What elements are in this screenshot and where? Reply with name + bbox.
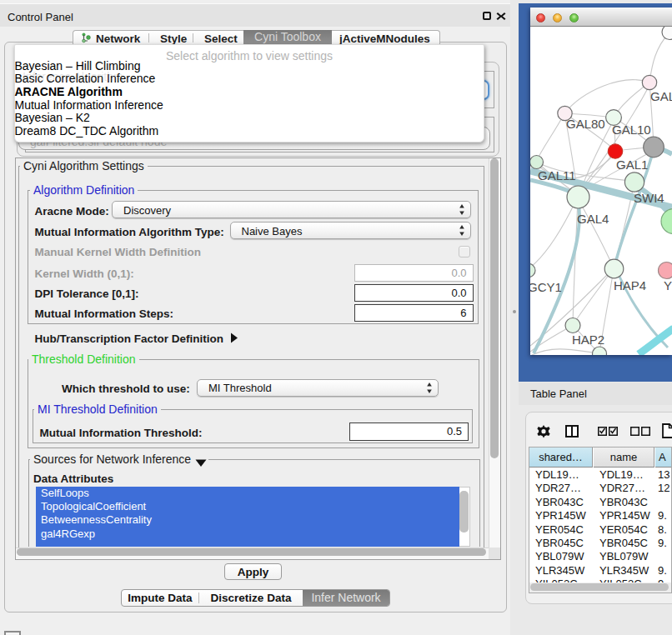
svg-text:GAL11: GAL11 — [538, 168, 576, 182]
svg-text:HAP4: HAP4 — [614, 278, 646, 292]
svg-text:GAL4: GAL4 — [577, 212, 609, 226]
svg-text:GAL80: GAL80 — [566, 117, 605, 131]
svg-text:Y: Y — [664, 278, 672, 292]
svg-text:GAL: GAL — [650, 89, 672, 103]
svg-text:GCY1: GCY1 — [530, 280, 562, 294]
svg-text:GAL1: GAL1 — [616, 158, 648, 172]
svg-text:SWI4: SWI4 — [634, 191, 664, 205]
svg-text:GAL10: GAL10 — [612, 122, 651, 137]
svg-text:HAP2: HAP2 — [572, 332, 604, 347]
